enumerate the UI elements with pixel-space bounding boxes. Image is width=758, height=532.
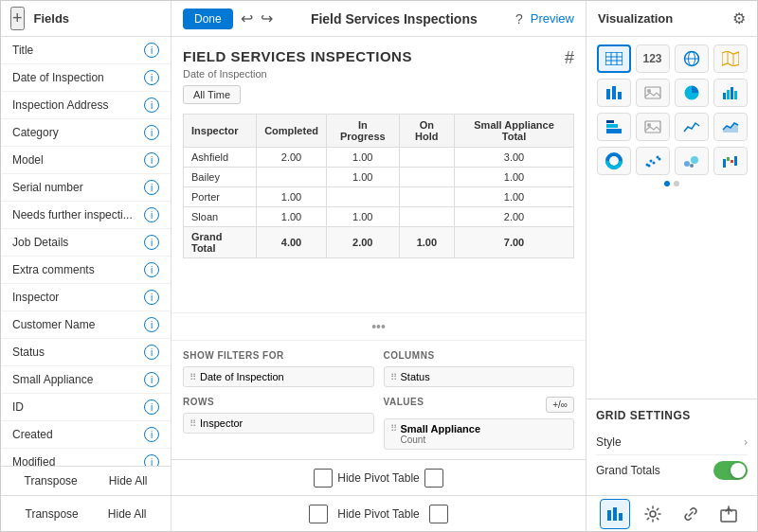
svg-rect-42 [613,507,617,521]
field-name: Created [12,428,53,441]
transpose-button[interactable]: Transpose [25,474,78,488]
info-icon[interactable]: i [144,427,159,442]
transpose-bottom-button[interactable]: Transpose [26,507,79,521]
cell-completed: 1.00 [257,207,327,227]
export-bottom-button[interactable] [713,499,744,529]
scatter-viz-button[interactable] [636,147,670,175]
hide-all-bottom-button[interactable]: Hide All [108,507,147,521]
grand-totals-label: Grand Totals [596,464,660,477]
image-viz-button[interactable] [636,79,670,107]
area-chart-viz-button[interactable] [713,113,748,141]
info-icon[interactable]: i [144,262,159,277]
redo-button[interactable]: ↪ [261,9,273,27]
pie-chart-viz-button[interactable] [675,79,709,107]
done-button[interactable]: Done [183,9,233,29]
table-header-inspector: Inspector [184,115,257,148]
line-chart-viz-button[interactable] [675,113,709,141]
grand-totals-toggle[interactable] [713,461,748,480]
preview-button[interactable]: Preview [531,11,574,26]
rows-col: ROWS ⠿ Inspector [183,397,374,450]
left-checkbox-icon[interactable] [309,505,328,523]
gear-icon[interactable]: ⚙ [732,9,746,27]
add-value-button[interactable]: +/∞ [546,397,574,413]
number-viz-button[interactable]: 123 [636,44,670,73]
cell-inspector: Bailey [184,168,257,187]
svg-rect-40 [734,156,737,166]
row-item-label: Inspector [200,417,243,429]
add-button[interactable]: + [10,7,25,30]
hash-icon[interactable]: # [565,48,574,68]
bottom-left-area: Transpose Hide All [1,496,171,531]
inspector-row-item[interactable]: ⠿ Inspector [183,413,374,434]
table-viz-button[interactable] [597,44,631,73]
settings-bottom-button[interactable] [638,499,668,529]
hide-pivot-button[interactable]: Hide Pivot Table [337,471,420,485]
cell-inspector: Porter [184,187,257,207]
cell-on-hold [399,207,455,227]
donut-viz-button[interactable] [597,147,631,175]
info-icon[interactable]: i [144,317,159,332]
dot-2 [674,181,679,186]
info-icon[interactable]: i [144,399,159,415]
info-icon[interactable]: i [144,372,159,387]
columns-label: COLUMNS [384,350,575,361]
info-icon[interactable]: i [144,345,159,360]
status-column-item[interactable]: ⠿ Status [384,366,575,387]
value-item[interactable]: ⠿ Small Appliance Count [384,418,575,450]
all-time-filter[interactable]: All Time [183,85,241,104]
bar-chart-bottom-button[interactable] [600,499,630,529]
cell-on-hold [399,148,455,168]
list-item: Status i [1,339,171,366]
cell-in-progress: 1.00 [326,207,399,227]
checkbox-icon[interactable] [314,469,333,488]
hide-pivot-bottom-button[interactable]: Hide Pivot Table [337,507,420,521]
info-icon[interactable]: i [144,70,159,85]
toggle-switch[interactable] [713,461,748,480]
grand-total-row: Grand Total 4.00 2.00 1.00 7.00 [184,227,574,258]
info-icon[interactable]: i [144,235,159,250]
map-viz-button[interactable] [713,44,748,73]
undo-button[interactable]: ↩ [241,9,253,27]
waterfall-viz-button[interactable] [713,147,748,175]
svg-point-34 [684,161,690,167]
field-name: Serial number [12,181,83,194]
column-chart-viz-button[interactable] [713,79,748,107]
field-name: Date of Inspection [12,71,104,84]
svg-rect-37 [723,159,726,168]
bubble-viz-button[interactable] [675,147,709,175]
right-checkbox-icon[interactable] [429,505,448,523]
chevron-right-icon: › [744,435,748,449]
bar-chart-viz-button[interactable] [597,79,631,107]
info-icon[interactable]: i [144,290,159,305]
help-button[interactable]: ? [515,11,523,27]
cell-completed: 2.00 [257,148,327,168]
style-setting-row[interactable]: Style › [596,430,748,455]
hide-all-button[interactable]: Hide All [109,474,148,488]
cell-total: 1.00 [455,187,574,207]
fields-footer: Transpose Hide All [1,466,171,495]
toggle-knob [731,463,746,478]
image2-viz-button[interactable] [636,113,670,141]
data-table: Inspector Completed In Progress On Hold … [183,114,574,258]
link-bottom-button[interactable] [676,499,706,529]
values-header: VALUES +/∞ [384,397,575,413]
table-header-in-progress: In Progress [326,115,399,148]
list-item: ID i [1,394,171,421]
field-name: Modified [12,455,55,466]
stacked-bar-viz-button[interactable] [597,113,631,141]
divider: ••• [171,312,586,341]
info-icon[interactable]: i [144,43,159,58]
info-icon[interactable]: i [144,125,159,140]
date-filter-item[interactable]: ⠿ Date of Inspection [183,366,374,387]
info-icon[interactable]: i [144,180,159,195]
info-icon[interactable]: i [144,152,159,168]
info-icon[interactable]: i [144,454,159,466]
info-icon[interactable]: i [144,207,159,222]
checkbox-icon[interactable] [424,469,443,488]
info-icon[interactable]: i [144,98,159,113]
globe-viz-button[interactable] [675,44,709,73]
fields-panel: Title i Date of Inspection i Inspection … [1,37,171,495]
bottom-toolbar: Transpose Hide All Hide Pivot Table [1,495,757,531]
svg-point-24 [647,123,651,127]
table-header-on-hold: On Hold [399,115,455,148]
